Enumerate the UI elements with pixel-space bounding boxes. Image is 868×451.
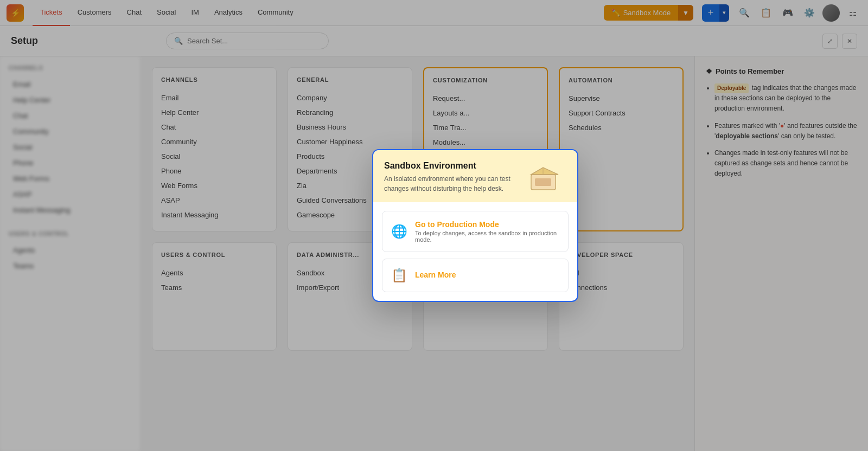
svg-marker-1: [531, 167, 558, 175]
svg-rect-3: [535, 178, 551, 186]
learn-more-option-text: Learn More: [415, 270, 456, 280]
learn-more-icon: 📋: [391, 268, 407, 283]
sandbox-popup: Sandbox Environment An isolated environm…: [372, 149, 578, 302]
popup-header-text: Sandbox Environment An isolated environm…: [384, 161, 514, 194]
production-icon: 🌐: [391, 224, 407, 239]
popup-header: Sandbox Environment An isolated environm…: [373, 150, 577, 202]
production-option-text: Go to Production Mode To deploy changes,…: [415, 220, 559, 243]
popup-title: Sandbox Environment: [384, 161, 514, 171]
popup-body: 🌐 Go to Production Mode To deploy change…: [373, 202, 577, 301]
learn-more-title: Learn More: [415, 270, 456, 279]
sandbox-illustration: 🚩: [523, 161, 566, 194]
svg-text:🚩: 🚩: [556, 162, 565, 171]
production-desc: To deploy changes, access the sandbox in…: [415, 230, 559, 243]
production-title: Go to Production Mode: [415, 220, 559, 229]
learn-more-option[interactable]: 📋 Learn More: [382, 259, 569, 292]
popup-description: An isolated environment where you can te…: [384, 174, 514, 194]
goto-production-option[interactable]: 🌐 Go to Production Mode To deploy change…: [382, 211, 569, 252]
